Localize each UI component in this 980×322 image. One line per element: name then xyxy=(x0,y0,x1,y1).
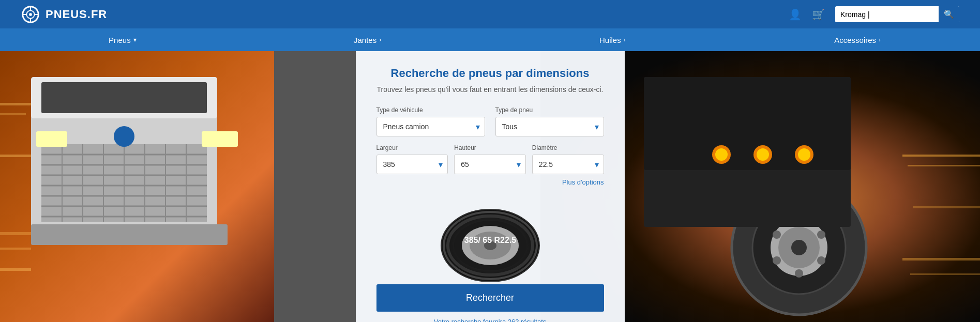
svg-rect-35 xyxy=(0,268,31,271)
search-button[interactable]: 🔍 xyxy=(939,6,959,22)
nav-label-huiles: Huiles xyxy=(599,36,621,44)
cart-icon[interactable]: 🛒 xyxy=(812,8,825,21)
more-options-link[interactable]: Plus d'options xyxy=(376,178,604,186)
height-group: Hauteur 65 55 60 70 75 80 xyxy=(454,144,526,174)
svg-point-41 xyxy=(791,240,807,255)
svg-point-53 xyxy=(757,148,769,161)
tire-type-group: Type de pneu Tous Été Hiver xyxy=(495,106,604,136)
svg-point-46 xyxy=(773,256,781,265)
svg-rect-26 xyxy=(31,224,228,245)
tire-type-select-wrapper: Tous Été Hiver xyxy=(495,117,604,136)
header: PNEUS.FR 👤 🛒 🔍 xyxy=(0,0,980,28)
svg-point-43 xyxy=(817,231,825,239)
svg-point-2 xyxy=(29,13,32,16)
nav-label-pneus: Pneus xyxy=(109,36,131,44)
svg-rect-30 xyxy=(0,103,31,105)
diameter-select[interactable]: 22.5 14 15 16 17 18 19 20 xyxy=(532,155,604,174)
svg-point-45 xyxy=(795,269,803,278)
height-label: Hauteur xyxy=(454,144,526,151)
hero-bg-left xyxy=(0,51,274,322)
nav-item-pneus[interactable]: Pneus ▾ xyxy=(0,28,245,51)
tire-illustration: 385/ 65 R22.5 xyxy=(433,191,547,282)
svg-rect-32 xyxy=(0,155,31,157)
search-button[interactable]: Rechercher xyxy=(376,284,604,312)
svg-point-51 xyxy=(715,148,728,161)
hero-section: Recherche de pneus par dimensions Trouve… xyxy=(0,51,980,322)
svg-rect-31 xyxy=(0,113,26,115)
form-row-dimensions: Largeur 385 155 175 195 215 225 235 245 … xyxy=(376,144,604,174)
diameter-group: Diamètre 22.5 14 15 16 17 18 19 20 xyxy=(532,144,604,174)
logo-icon xyxy=(21,5,40,24)
svg-point-27 xyxy=(114,126,134,147)
width-label: Largeur xyxy=(376,144,448,151)
diameter-label: Diamètre xyxy=(532,144,604,151)
diameter-select-wrapper: 22.5 14 15 16 17 18 19 20 xyxy=(532,155,604,174)
svg-rect-57 xyxy=(908,165,980,166)
vehicle-type-group: Type de véhicule Pneus camion Pneus voit… xyxy=(376,106,485,136)
panel-title: Recherche de pneus par dimensions xyxy=(391,67,590,80)
logo[interactable]: PNEUS.FR xyxy=(21,5,107,24)
search-panel: Recherche de pneus par dimensions Trouve… xyxy=(356,51,625,322)
height-select-wrapper: 65 55 60 70 75 80 xyxy=(454,155,526,174)
truck-left-svg xyxy=(0,51,274,322)
width-group: Largeur 385 155 175 195 215 225 235 245 … xyxy=(376,144,448,174)
nav-item-huiles[interactable]: Huiles › xyxy=(490,28,735,51)
result-info: Votre recherche fournira 262 résultats xyxy=(434,318,547,322)
nav-item-jantes[interactable]: Jantes › xyxy=(245,28,490,51)
main-nav: Pneus ▾ Jantes › Huiles › Accessoires › xyxy=(0,28,980,51)
svg-rect-56 xyxy=(902,155,980,157)
svg-point-44 xyxy=(817,256,825,265)
nav-label-accessoires: Accessoires xyxy=(834,36,876,44)
logo-text: PNEUS.FR xyxy=(46,8,107,21)
svg-rect-28 xyxy=(36,131,67,147)
svg-rect-58 xyxy=(913,206,980,208)
vehicle-type-select-wrapper: Pneus camion Pneus voiture Pneus moto xyxy=(376,117,485,136)
nav-arrow-accessoires: › xyxy=(879,36,881,43)
svg-rect-49 xyxy=(644,77,851,170)
svg-rect-59 xyxy=(902,258,980,260)
width-select-wrapper: 385 155 175 195 215 225 235 245 265 275 … xyxy=(376,155,448,174)
nav-item-accessoires[interactable]: Accessoires › xyxy=(735,28,980,51)
svg-rect-34 xyxy=(0,248,31,250)
svg-rect-33 xyxy=(0,232,31,235)
nav-arrow-jantes: › xyxy=(379,36,381,43)
svg-point-55 xyxy=(798,148,810,161)
tire-type-label: Type de pneu xyxy=(495,106,604,114)
svg-text:385/ 65 R22.5: 385/ 65 R22.5 xyxy=(464,236,516,244)
panel-subtitle: Trouvez les pneus qu'il vous faut en ent… xyxy=(377,85,604,94)
tire-svg-wrapper: 385/ 65 R22.5 xyxy=(433,191,547,282)
nav-arrow-pneus: ▾ xyxy=(133,36,137,43)
svg-rect-10 xyxy=(41,82,207,113)
nav-label-jantes: Jantes xyxy=(354,36,376,44)
vehicle-type-select[interactable]: Pneus camion Pneus voiture Pneus moto xyxy=(376,117,485,136)
user-icon[interactable]: 👤 xyxy=(789,8,802,21)
vehicle-type-label: Type de véhicule xyxy=(376,106,485,114)
search-bar: 🔍 xyxy=(835,6,959,22)
svg-rect-29 xyxy=(202,131,238,147)
form-row-type: Type de véhicule Pneus camion Pneus voit… xyxy=(376,106,604,136)
tire-type-select[interactable]: Tous Été Hiver xyxy=(495,117,604,136)
width-select[interactable]: 385 155 175 195 215 225 235 245 265 275 … xyxy=(376,155,448,174)
tire-image-area: 385/ 65 R22.5 xyxy=(376,191,604,282)
height-select[interactable]: 65 55 60 70 75 80 xyxy=(454,155,526,174)
svg-point-47 xyxy=(773,231,781,239)
header-right: 👤 🛒 🔍 xyxy=(789,6,959,22)
nav-arrow-huiles: › xyxy=(624,36,626,43)
search-input[interactable] xyxy=(835,7,939,22)
svg-rect-60 xyxy=(910,273,980,275)
